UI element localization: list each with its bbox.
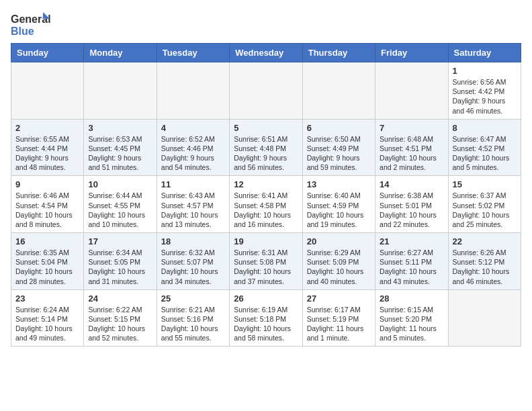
day-number: 4: [161, 123, 225, 133]
day-info: Sunrise: 6:31 AM Sunset: 5:08 PM Dayligh…: [234, 248, 298, 286]
day-number: 19: [234, 236, 298, 246]
logo: GeneralBlue: [11, 11, 51, 38]
calendar-week-row: 1Sunrise: 6:56 AM Sunset: 4:42 PM Daylig…: [11, 62, 521, 120]
day-info: Sunrise: 6:48 AM Sunset: 4:51 PM Dayligh…: [380, 134, 443, 173]
calendar-day-cell: [302, 62, 375, 120]
page-header: GeneralBlue: [11, 11, 521, 38]
calendar-day-cell: [448, 289, 521, 347]
day-number: 20: [307, 236, 371, 246]
calendar-day-cell: 24Sunrise: 6:22 AM Sunset: 5:15 PM Dayli…: [84, 289, 157, 347]
calendar-day-cell: 5Sunrise: 6:51 AM Sunset: 4:48 PM Daylig…: [230, 119, 302, 176]
day-info: Sunrise: 6:34 AM Sunset: 5:05 PM Dayligh…: [88, 248, 152, 286]
calendar-day-cell: [84, 62, 157, 120]
calendar-day-cell: 27Sunrise: 6:17 AM Sunset: 5:19 PM Dayli…: [302, 289, 375, 347]
day-info: Sunrise: 6:26 AM Sunset: 5:12 PM Dayligh…: [453, 248, 517, 286]
day-number: 18: [161, 236, 225, 246]
day-number: 26: [234, 293, 298, 304]
calendar-week-row: 2Sunrise: 6:55 AM Sunset: 4:44 PM Daylig…: [11, 119, 521, 176]
day-number: 7: [380, 123, 443, 133]
calendar-day-cell: 6Sunrise: 6:50 AM Sunset: 4:49 PM Daylig…: [302, 119, 375, 176]
calendar-day-cell: 12Sunrise: 6:41 AM Sunset: 4:58 PM Dayli…: [230, 176, 302, 233]
calendar-day-cell: 21Sunrise: 6:27 AM Sunset: 5:11 PM Dayli…: [375, 233, 448, 290]
calendar-week-row: 9Sunrise: 6:46 AM Sunset: 4:54 PM Daylig…: [11, 176, 521, 233]
calendar-day-cell: 20Sunrise: 6:29 AM Sunset: 5:09 PM Dayli…: [302, 233, 375, 290]
day-number: 16: [15, 236, 79, 246]
day-info: Sunrise: 6:24 AM Sunset: 5:14 PM Dayligh…: [15, 305, 79, 343]
day-info: Sunrise: 6:50 AM Sunset: 4:49 PM Dayligh…: [307, 134, 371, 173]
calendar-week-row: 23Sunrise: 6:24 AM Sunset: 5:14 PM Dayli…: [11, 289, 521, 347]
calendar-day-cell: 16Sunrise: 6:35 AM Sunset: 5:04 PM Dayli…: [11, 233, 84, 290]
day-number: 14: [380, 179, 443, 189]
day-info: Sunrise: 6:32 AM Sunset: 5:07 PM Dayligh…: [161, 248, 225, 286]
day-number: 12: [234, 179, 298, 189]
day-info: Sunrise: 6:15 AM Sunset: 5:20 PM Dayligh…: [380, 305, 443, 343]
calendar-day-cell: 9Sunrise: 6:46 AM Sunset: 4:54 PM Daylig…: [11, 176, 84, 233]
day-info: Sunrise: 6:19 AM Sunset: 5:18 PM Dayligh…: [234, 305, 298, 343]
day-info: Sunrise: 6:47 AM Sunset: 4:52 PM Dayligh…: [453, 134, 517, 173]
calendar-day-cell: 3Sunrise: 6:53 AM Sunset: 4:45 PM Daylig…: [84, 119, 157, 176]
day-info: Sunrise: 6:53 AM Sunset: 4:45 PM Dayligh…: [88, 134, 152, 173]
day-number: 10: [88, 179, 152, 189]
day-info: Sunrise: 6:46 AM Sunset: 4:54 PM Dayligh…: [15, 191, 79, 229]
calendar-day-cell: 1Sunrise: 6:56 AM Sunset: 4:42 PM Daylig…: [448, 62, 521, 120]
calendar-day-cell: 2Sunrise: 6:55 AM Sunset: 4:44 PM Daylig…: [11, 119, 84, 176]
day-number: 15: [453, 179, 517, 189]
day-info: Sunrise: 6:27 AM Sunset: 5:11 PM Dayligh…: [380, 248, 443, 286]
day-number: 1: [453, 66, 517, 76]
day-info: Sunrise: 6:41 AM Sunset: 4:58 PM Dayligh…: [234, 191, 298, 229]
day-number: 8: [453, 123, 517, 133]
calendar-day-cell: [11, 62, 84, 120]
day-info: Sunrise: 6:51 AM Sunset: 4:48 PM Dayligh…: [234, 134, 298, 173]
day-number: 9: [15, 179, 79, 189]
calendar-day-cell: 22Sunrise: 6:26 AM Sunset: 5:12 PM Dayli…: [448, 233, 521, 290]
calendar-day-cell: 10Sunrise: 6:44 AM Sunset: 4:55 PM Dayli…: [84, 176, 157, 233]
day-info: Sunrise: 6:52 AM Sunset: 4:46 PM Dayligh…: [161, 134, 225, 173]
weekday-header: Sunday: [11, 44, 84, 62]
calendar-day-cell: 28Sunrise: 6:15 AM Sunset: 5:20 PM Dayli…: [375, 289, 448, 347]
day-info: Sunrise: 6:37 AM Sunset: 5:02 PM Dayligh…: [453, 191, 517, 229]
calendar-day-cell: 4Sunrise: 6:52 AM Sunset: 4:46 PM Daylig…: [157, 119, 229, 176]
calendar-header-row: SundayMondayTuesdayWednesdayThursdayFrid…: [11, 44, 521, 62]
day-number: 27: [307, 293, 371, 304]
day-info: Sunrise: 6:43 AM Sunset: 4:57 PM Dayligh…: [161, 191, 225, 229]
svg-text:Blue: Blue: [11, 26, 34, 37]
day-number: 2: [15, 123, 79, 133]
calendar-day-cell: [375, 62, 448, 120]
calendar-day-cell: 26Sunrise: 6:19 AM Sunset: 5:18 PM Dayli…: [230, 289, 302, 347]
calendar-day-cell: 14Sunrise: 6:38 AM Sunset: 5:01 PM Dayli…: [375, 176, 448, 233]
calendar-day-cell: 11Sunrise: 6:43 AM Sunset: 4:57 PM Dayli…: [157, 176, 229, 233]
day-info: Sunrise: 6:38 AM Sunset: 5:01 PM Dayligh…: [380, 191, 443, 229]
calendar-day-cell: 7Sunrise: 6:48 AM Sunset: 4:51 PM Daylig…: [375, 119, 448, 176]
day-info: Sunrise: 6:40 AM Sunset: 4:59 PM Dayligh…: [307, 191, 371, 229]
day-number: 21: [380, 236, 443, 246]
calendar-day-cell: 8Sunrise: 6:47 AM Sunset: 4:52 PM Daylig…: [448, 119, 521, 176]
day-number: 11: [161, 179, 225, 189]
calendar-day-cell: 19Sunrise: 6:31 AM Sunset: 5:08 PM Dayli…: [230, 233, 302, 290]
day-info: Sunrise: 6:44 AM Sunset: 4:55 PM Dayligh…: [88, 191, 152, 229]
calendar-day-cell: [230, 62, 302, 120]
day-info: Sunrise: 6:22 AM Sunset: 5:15 PM Dayligh…: [88, 305, 152, 343]
day-number: 5: [234, 123, 298, 133]
calendar-day-cell: 18Sunrise: 6:32 AM Sunset: 5:07 PM Dayli…: [157, 233, 229, 290]
weekday-header: Friday: [375, 44, 448, 62]
day-number: 3: [88, 123, 152, 133]
day-number: 23: [15, 293, 79, 304]
calendar-day-cell: 17Sunrise: 6:34 AM Sunset: 5:05 PM Dayli…: [84, 233, 157, 290]
weekday-header: Tuesday: [157, 44, 229, 62]
calendar-day-cell: 13Sunrise: 6:40 AM Sunset: 4:59 PM Dayli…: [302, 176, 375, 233]
weekday-header: Saturday: [448, 44, 521, 62]
weekday-header: Thursday: [302, 44, 375, 62]
day-number: 6: [307, 123, 371, 133]
calendar-day-cell: [157, 62, 229, 120]
calendar-week-row: 16Sunrise: 6:35 AM Sunset: 5:04 PM Dayli…: [11, 233, 521, 290]
day-info: Sunrise: 6:21 AM Sunset: 5:16 PM Dayligh…: [161, 305, 225, 343]
day-info: Sunrise: 6:17 AM Sunset: 5:19 PM Dayligh…: [307, 305, 371, 343]
day-number: 25: [161, 293, 225, 304]
day-number: 24: [88, 293, 152, 304]
calendar-day-cell: 23Sunrise: 6:24 AM Sunset: 5:14 PM Dayli…: [11, 289, 84, 347]
day-info: Sunrise: 6:35 AM Sunset: 5:04 PM Dayligh…: [15, 248, 79, 286]
day-number: 17: [88, 236, 152, 246]
day-info: Sunrise: 6:56 AM Sunset: 4:42 PM Dayligh…: [453, 77, 517, 116]
day-number: 28: [380, 293, 443, 304]
calendar-day-cell: 15Sunrise: 6:37 AM Sunset: 5:02 PM Dayli…: [448, 176, 521, 233]
